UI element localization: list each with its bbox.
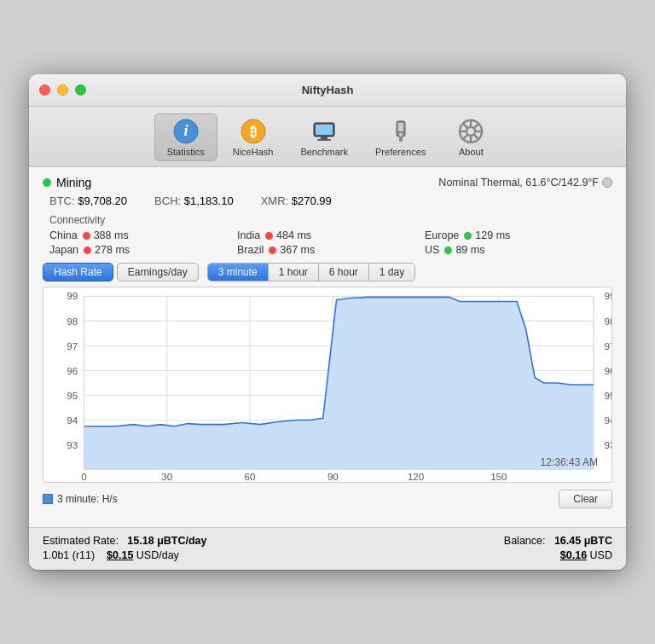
svg-text:99: 99 bbox=[67, 292, 78, 302]
balance-label: Balance: bbox=[504, 535, 546, 547]
balance-usd-unit: USD bbox=[590, 549, 612, 561]
svg-text:94: 94 bbox=[605, 415, 612, 426]
svg-marker-57 bbox=[84, 297, 594, 469]
clear-button[interactable]: Clear bbox=[559, 490, 612, 508]
svg-text:96: 96 bbox=[605, 366, 612, 376]
earnings-day-button[interactable]: Earnings/day bbox=[117, 263, 199, 281]
svg-text:96: 96 bbox=[67, 366, 78, 376]
content-area: Mining Nominal Thermal, 61.6°C/142.9°F B… bbox=[29, 167, 626, 527]
svg-text:0: 0 bbox=[81, 472, 86, 482]
status-row: Mining Nominal Thermal, 61.6°C/142.9°F bbox=[43, 176, 612, 189]
connectivity-title: Connectivity bbox=[49, 214, 612, 226]
minimize-button[interactable] bbox=[57, 84, 68, 96]
tab-nicehash[interactable]: ₿ NiceHash bbox=[221, 114, 286, 160]
nicehash-label: NiceHash bbox=[233, 147, 274, 157]
time-segment-group: 3 minute 1 hour 6 hour 1 day bbox=[207, 263, 415, 281]
balance-value: 16.45 μBTC bbox=[554, 535, 612, 547]
conn-brazil-ms: 367 ms bbox=[280, 244, 315, 256]
bch-label: BCH: bbox=[154, 194, 181, 207]
conn-india-dot bbox=[265, 232, 273, 240]
conn-brazil: Brazil 367 ms bbox=[237, 244, 425, 256]
maximize-button[interactable] bbox=[75, 84, 86, 96]
conn-europe-name: Europe bbox=[425, 229, 459, 241]
svg-rect-9 bbox=[398, 123, 403, 131]
conn-brazil-name: Brazil bbox=[237, 244, 264, 256]
chart-svg: 99 98 97 96 95 94 93 99 98 97 96 95 94 9… bbox=[43, 287, 612, 482]
svg-text:97: 97 bbox=[605, 341, 612, 351]
conn-china-name: China bbox=[49, 229, 78, 241]
seg-1hour[interactable]: 1 hour bbox=[269, 264, 319, 281]
btc-price: BTC: $9,708.20 bbox=[49, 194, 127, 207]
svg-text:95: 95 bbox=[67, 391, 78, 401]
rate-value: 15.18 μBTC/day bbox=[127, 535, 206, 547]
svg-text:98: 98 bbox=[605, 316, 612, 327]
conn-us-ms: 89 ms bbox=[455, 244, 484, 256]
conn-japan-name: Japan bbox=[49, 244, 78, 256]
tab-benchmark[interactable]: Benchmark bbox=[288, 114, 360, 160]
svg-line-18 bbox=[463, 124, 468, 129]
footer-right-bottom: $0.16 USD bbox=[328, 549, 612, 561]
svg-text:30: 30 bbox=[161, 472, 172, 482]
version-label: 1.0b1 (r11) bbox=[43, 549, 95, 561]
rate-usd: $0.15 USD/day bbox=[107, 549, 179, 561]
preferences-icon bbox=[387, 118, 414, 145]
titlebar: NiftyHash bbox=[29, 74, 626, 107]
thermal-indicator bbox=[602, 177, 612, 188]
tab-preferences[interactable]: Preferences bbox=[363, 114, 438, 160]
conn-brazil-dot bbox=[269, 247, 276, 254]
conn-china-ms: 388 ms bbox=[94, 229, 129, 241]
footer-left-top: Estimated Rate: 15.18 μBTC/day bbox=[43, 535, 328, 547]
svg-text:150: 150 bbox=[490, 472, 507, 482]
svg-text:99: 99 bbox=[605, 292, 612, 302]
traffic-lights bbox=[39, 84, 86, 96]
connectivity-grid: China 388 ms India 484 ms Europe 129 ms … bbox=[49, 229, 612, 256]
conn-japan-ms: 278 ms bbox=[95, 244, 130, 256]
seg-6hour[interactable]: 6 hour bbox=[319, 264, 369, 281]
conn-europe-dot bbox=[464, 232, 472, 240]
svg-text:90: 90 bbox=[328, 472, 339, 482]
svg-rect-7 bbox=[317, 139, 331, 141]
svg-text:₿: ₿ bbox=[250, 125, 257, 139]
hash-rate-button[interactable]: Hash Rate bbox=[43, 263, 113, 281]
svg-text:97: 97 bbox=[67, 341, 78, 351]
svg-text:95: 95 bbox=[605, 391, 612, 401]
prices-row: BTC: $9,708.20 BCH: $1,183.10 XMR: $270.… bbox=[43, 194, 612, 207]
svg-rect-5 bbox=[316, 125, 333, 135]
svg-text:94: 94 bbox=[67, 415, 78, 426]
chart-timestamp: 12:36:43 AM bbox=[541, 456, 598, 468]
conn-china: China 388 ms bbox=[49, 229, 237, 241]
about-label: About bbox=[459, 147, 484, 157]
chart-container: 99 98 97 96 95 94 93 99 98 97 96 95 94 9… bbox=[43, 287, 612, 483]
svg-text:93: 93 bbox=[67, 440, 78, 450]
window-title: NiftyHash bbox=[302, 84, 354, 96]
svg-point-10 bbox=[399, 133, 403, 136]
btc-value: $9,708.20 bbox=[78, 194, 127, 207]
thermal-text: Nominal Thermal, 61.6°C/142.9°F bbox=[438, 177, 599, 189]
conn-china-dot bbox=[83, 232, 90, 240]
close-button[interactable] bbox=[39, 84, 50, 96]
statistics-label: Statistics bbox=[167, 147, 205, 157]
svg-text:120: 120 bbox=[408, 472, 424, 482]
legend-color-box bbox=[43, 494, 53, 504]
about-icon bbox=[457, 118, 484, 145]
nicehash-icon: ₿ bbox=[240, 118, 267, 145]
thermal-status: Nominal Thermal, 61.6°C/142.9°F bbox=[438, 177, 612, 189]
conn-india: India 484 ms bbox=[237, 229, 425, 241]
bch-value: $1,183.10 bbox=[184, 194, 234, 207]
tab-statistics[interactable]: i Statistics bbox=[154, 113, 217, 161]
mining-status: Mining bbox=[43, 176, 91, 189]
svg-line-21 bbox=[463, 135, 468, 140]
xmr-value: $270.99 bbox=[292, 194, 332, 207]
connectivity-section: Connectivity China 388 ms India 484 ms E… bbox=[43, 214, 612, 256]
bch-price: BCH: $1,183.10 bbox=[154, 194, 234, 207]
conn-japan: Japan 278 ms bbox=[49, 244, 237, 256]
seg-1day[interactable]: 1 day bbox=[369, 264, 414, 281]
seg-3min[interactable]: 3 minute bbox=[208, 264, 269, 281]
svg-text:98: 98 bbox=[67, 316, 78, 327]
svg-rect-11 bbox=[399, 136, 403, 142]
toolbar: i Statistics ₿ NiceHash bbox=[29, 107, 626, 167]
tab-about[interactable]: About bbox=[441, 114, 501, 160]
legend-item: 3 minute: H/s bbox=[43, 493, 118, 505]
benchmark-icon bbox=[310, 118, 338, 145]
conn-india-name: India bbox=[237, 229, 260, 241]
